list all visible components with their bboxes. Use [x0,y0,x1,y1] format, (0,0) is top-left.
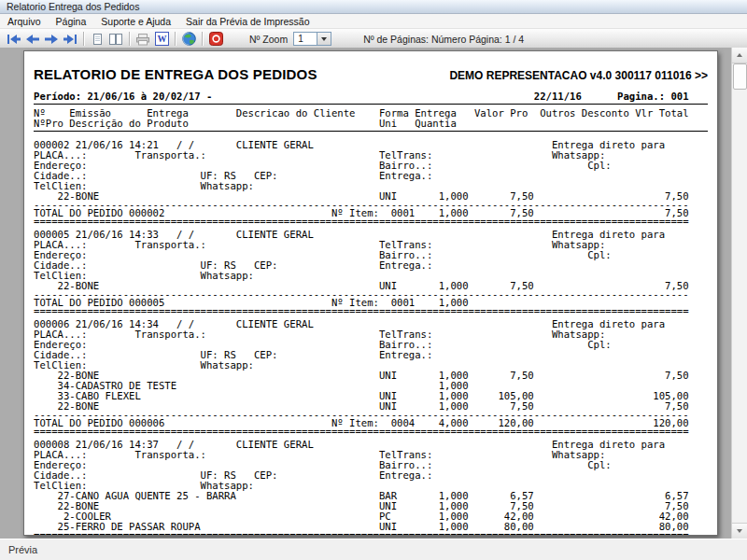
single-page-view-button[interactable] [88,31,106,48]
report-brand: DEMO REPRESENTACAO v4.0 300117 011016 >> [449,69,708,82]
report-line: NºPro Descrição do Produto Uni Quantia [34,119,708,129]
report-line: 27-CANO AGUA QUENTE 25 - BARRA BAR 1,000… [34,491,708,501]
window-title: Relatorio Entrega dos Pedidos [7,1,139,12]
exit-preview-button[interactable] [206,31,225,48]
report-line: PLACA...: Transporta.: TelTrans: Whatsap… [34,329,708,340]
menu-pagina[interactable]: Página [49,15,94,28]
report-line: Cidade..: UF: RS CEP: Entrega.: [34,171,708,181]
preview-area: RELATORIO DE ENTREGA DOS PEDIDOS DEMO RE… [0,48,747,539]
report-line: 34-CADASTRO DE TESTE 1,000 [34,381,708,391]
report-line: 000005 21/06/16 14:33 / / CLIENTE GERAL … [34,230,708,240]
title-bar: Relatorio Entrega dos Pedidos [0,0,747,14]
previous-page-icon [25,34,40,45]
report-line: ========================================… [34,532,708,536]
svg-text:W: W [157,34,166,44]
report-line: Período: 21/06/16 à 20/02/17 - 22/11/16 … [34,91,708,102]
zoom-dropdown-button[interactable] [317,32,331,46]
report-line: PLACA...: Transporta.: TelTrans: Whatsap… [34,150,708,161]
report-line: Cidade..: UF: RS CEP: Entrega.: [34,470,708,481]
previous-page-button[interactable] [23,31,42,48]
application-window: Relatorio Entrega dos Pedidos Arquivo Pá… [0,0,747,560]
report-line: 22-BONE UNI 1,000 7,50 7,50 [34,501,708,511]
globe-icon [182,32,196,46]
report-line: 22-BONE UNI 1,000 7,50 7,50 [34,371,708,381]
menu-bar: Arquivo Página Suporte e Ajuda Sair da P… [0,14,747,29]
report-line: TOTAL DO PEDIDO 000005 Nº Item: 0001 1,0… [34,298,708,308]
pages-info: Nº de Páginas: Número Página: 1 / 4 [363,34,524,45]
report-line: ----------------------------------------… [34,202,708,208]
report-line: PLACA...: Transporta.: TelTrans: Whatsap… [34,450,708,460]
exit-icon [209,32,223,46]
first-page-icon [7,34,21,45]
vertical-scrollbar[interactable] [731,48,747,539]
report-line: ========================================… [34,428,708,435]
toolbar-separator [175,32,176,46]
report-line: Endereço: Bairro..: Cpl: [34,460,708,470]
report-line: Endereço: Bairro..: Cpl: [34,161,708,171]
scrollbar-thumb[interactable] [733,63,747,90]
toolbar-separator [83,32,84,46]
next-page-icon [44,34,59,45]
zoom-label: Nº Zoom [249,34,288,45]
report-line: TOTAL DO PEDIDO 000002 Nº Item: 0001 1,0… [34,208,708,218]
report-header: RELATORIO DE ENTREGA DOS PEDIDOS DEMO RE… [34,66,708,82]
report-title: RELATORIO DE ENTREGA DOS PEDIDOS [34,66,317,82]
toolbar-separator [202,32,203,46]
report-line: Nº Emissão Entrega Descricao do Cliente … [34,108,708,119]
menu-sair-da-previa[interactable]: Sair da Prévia de Impressão [178,15,317,28]
menu-suporte-e-ajuda[interactable]: Suporte e Ajuda [93,15,178,28]
report-line: PLACA...: Transporta.: TelTrans: Whatsap… [34,240,708,250]
report-line: ========================================… [34,308,708,315]
toolbar: W Nº Zoom 1 Nº de Págin [0,29,747,49]
report-line: TOTAL DO PEDIDO 000006 Nº Item: 0004 4,0… [34,418,708,428]
scroll-down-button[interactable] [732,523,747,539]
report-line: 22-BONE UNI 1,000 7,50 7,50 [34,281,708,291]
last-page-icon [63,34,78,45]
last-page-button[interactable] [61,31,79,48]
arrow-down-icon [737,529,742,533]
word-icon: W [155,32,169,46]
next-page-button[interactable] [42,31,61,48]
report-line: 000008 21/06/16 14:37 / / CLIENTE GERAL … [34,440,708,450]
report-line: TelClien: Whatsapp: [34,181,708,191]
report-line: ========================================… [34,218,708,225]
export-word-button[interactable]: W [152,31,171,48]
print-button[interactable] [134,31,152,48]
report-line: TelClien: Whatsapp: [34,271,708,281]
report-line: 000002 21/06/16 14:21 / / CLIENTE GERAL … [34,140,708,150]
zoom-select[interactable]: 1 [293,32,331,46]
status-label: Prévia [8,544,37,555]
report-lines: Período: 21/06/16 à 20/02/17 - 22/11/16 … [34,91,708,536]
report-line: ----------------------------------------… [34,291,708,298]
report-line: TelClien: Whatsapp: [34,360,708,371]
report-line: TelClien: Whatsapp: [34,481,708,491]
printer-icon [135,33,150,46]
report-line: 22-BONE UNI 1,000 7,50 7,50 [34,191,708,202]
report-line: Cidade..: UF: RS CEP: Entrega.: [34,260,708,271]
report-line: 000006 21/06/16 14:34 / / CLIENTE GERAL … [34,319,708,329]
report-line: Endereço: Bairro..: Cpl: [34,250,708,260]
menu-arquivo[interactable]: Arquivo [0,15,49,28]
two-page-view-button[interactable] [106,31,125,48]
single-page-icon [90,33,105,46]
web-button[interactable] [179,31,198,48]
arrow-up-icon [737,53,742,57]
report-line: 2-COOLER PC 1,000 42,00 42,00 [34,511,708,522]
report-line: 33-CABO FLEXEL UNI 1,000 105,00 105,00 [34,391,708,401]
first-page-button[interactable] [5,31,23,48]
two-page-icon [108,33,123,46]
status-bar: Prévia [0,539,747,560]
report-line: Endereço: Bairro..: Cpl: [34,340,708,350]
report-line: 25-FERRO DE PASSAR ROUPA UNI 1,000 80,00… [34,522,708,532]
toolbar-separator [129,32,130,46]
report-page: RELATORIO DE ENTREGA DOS PEDIDOS DEMO RE… [23,50,718,536]
zoom-value: 1 [293,32,317,46]
chevron-down-icon [321,37,327,41]
scroll-up-button[interactable] [732,48,747,63]
report-line: ----------------------------------------… [34,412,708,418]
report-line: Cidade..: UF: RS CEP: Entrega.: [34,350,708,360]
report-line: 22-BONE UNI 1,000 7,50 7,50 [34,401,708,412]
